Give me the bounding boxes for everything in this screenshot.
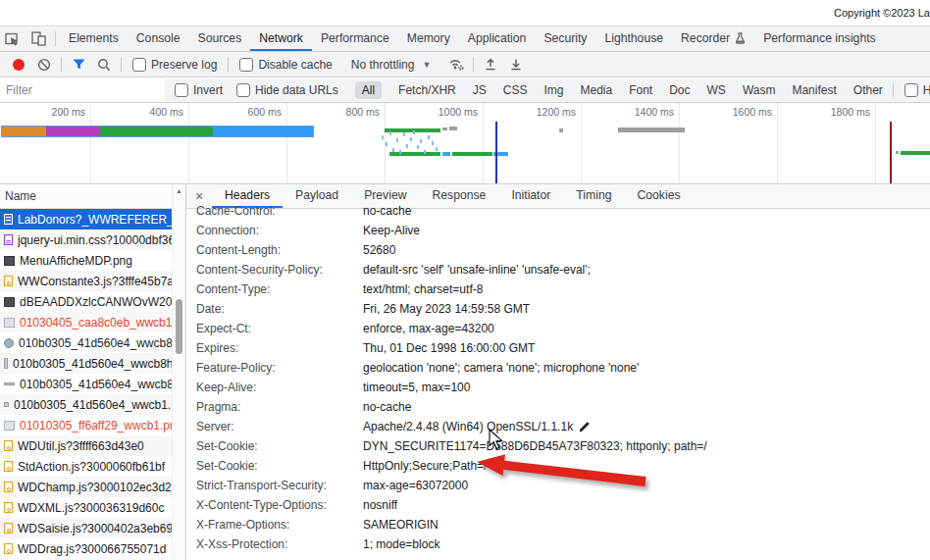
throttling-select[interactable]: No throttling ▼ — [346, 58, 432, 72]
tab-performance[interactable]: Performance — [312, 26, 398, 51]
request-row[interactable]: dBEAADDXzlcCANWOvW20W — [0, 291, 185, 312]
request-row[interactable]: 010b0305_41d560e4_wwcb1.. — [0, 394, 185, 415]
header-name-label: Feature-Policy: — [186, 361, 363, 375]
type-filter-manifest[interactable]: Manifest — [792, 83, 836, 97]
type-filter-doc[interactable]: Doc — [669, 83, 690, 97]
timeline-tick-label: 1200 ms — [537, 106, 581, 118]
device-toolbar-icon[interactable] — [26, 29, 51, 49]
request-row[interactable]: WDDrag.js?300066755071d — [0, 538, 185, 559]
invert-checkbox[interactable] — [175, 83, 188, 97]
tab-performance-insights[interactable]: Performance insights — [754, 26, 884, 51]
type-filter-media[interactable]: Media — [580, 83, 612, 97]
type-filter-fetch-xhr[interactable]: Fetch/XHR — [398, 83, 456, 97]
clear-network-log-button[interactable] — [31, 55, 57, 75]
preserve-log-toggle[interactable]: Preserve log — [132, 58, 217, 72]
has-blocked-cookies-toggle[interactable]: Has blocked cookies — [904, 83, 930, 97]
header-row: Content-Type:text/html; charset=utf-8 — [186, 280, 930, 299]
header-name-label: Pragma: — [186, 400, 363, 414]
edit-pencil-icon[interactable] — [579, 421, 591, 433]
request-row[interactable]: 01010305_ff6aff29_wwcb1.pn — [0, 415, 185, 435]
header-value: Thu, 01 Dec 1998 16:00:00 GMT — [363, 341, 535, 355]
tab-network[interactable]: Network — [250, 26, 312, 51]
network-conditions-icon[interactable] — [443, 55, 469, 75]
type-filter-ws[interactable]: WS — [707, 83, 726, 97]
network-overview-timeline[interactable]: 200 ms400 ms600 ms800 ms1000 ms1200 ms14… — [0, 103, 930, 184]
file-type-icon — [4, 440, 13, 451]
header-value: SAMEORIGIN — [363, 518, 439, 532]
request-row[interactable]: jquery-ui.min.css?10000dbf36 — [0, 229, 185, 250]
type-filter-css[interactable]: CSS — [503, 83, 528, 97]
tab-label: Security — [543, 31, 587, 45]
header-value: enforce, max-age=43200 — [363, 322, 494, 335]
request-row[interactable]: MenuAfficheMDP.png — [0, 250, 185, 271]
file-type-icon — [4, 214, 13, 225]
header-row: X-Content-Type-Options:nosniff — [186, 495, 930, 515]
chevron-down-icon: ▼ — [422, 60, 431, 70]
has-blocked-cookies-label: Has blocked cookies — [923, 83, 930, 97]
name-column-header[interactable]: Name — [0, 184, 185, 209]
type-filter-font[interactable]: Font — [629, 83, 652, 97]
timeline-gridline — [581, 103, 582, 183]
export-har-icon[interactable] — [503, 55, 529, 75]
file-type-icon — [4, 276, 13, 286]
import-har-icon[interactable] — [478, 55, 503, 75]
preserve-log-checkbox[interactable] — [132, 58, 146, 72]
disable-cache-toggle[interactable]: Disable cache — [239, 58, 332, 72]
disable-cache-checkbox[interactable] — [239, 58, 253, 72]
invert-toggle[interactable]: Invert — [175, 83, 223, 97]
filter-button[interactable] — [66, 55, 91, 75]
hide-data-urls-checkbox[interactable] — [236, 83, 250, 97]
request-row[interactable]: WDSaisie.js?3000402a3eb69 — [0, 518, 185, 538]
scroll-up-icon[interactable]: ▲ — [176, 187, 182, 194]
header-name-label: Content-Type: — [186, 282, 363, 296]
request-row[interactable]: StdAction.js?3000060fb61bf — [0, 456, 185, 477]
waterfall-bar — [452, 152, 492, 156]
has-blocked-cookies-checkbox[interactable] — [904, 83, 918, 97]
type-filter-all[interactable]: All — [355, 81, 382, 99]
timeline-tick-label: 400 ms — [150, 106, 188, 118]
file-type-icon — [4, 234, 13, 245]
tab-lighthouse[interactable]: Lighthouse — [595, 26, 672, 51]
request-row[interactable]: WDXML.js?300036319d60c — [0, 497, 185, 518]
file-type-icon — [4, 502, 13, 513]
request-row[interactable]: WWConstante3.js?3fffe45b7a — [0, 271, 185, 291]
tab-sources[interactable]: Sources — [189, 26, 251, 51]
toolbar-separator — [61, 57, 62, 72]
tab-security[interactable]: Security — [535, 26, 595, 51]
tab-elements[interactable]: Elements — [60, 26, 128, 51]
preserve-log-label: Preserve log — [151, 58, 217, 72]
hide-data-urls-toggle[interactable]: Hide data URLs — [236, 83, 338, 97]
header-value: text/html; charset=utf-8 — [363, 282, 483, 296]
request-row[interactable]: 01030405_caa8c0eb_wwcb1_. — [0, 312, 185, 332]
header-name-label: Expires: — [186, 341, 363, 355]
type-filter-img[interactable]: Img — [543, 83, 563, 97]
disable-cache-label: Disable cache — [258, 58, 332, 72]
request-name: WDXML.js?300036319d60c — [18, 501, 185, 515]
header-name-label: X-Xss-Protection: — [186, 537, 363, 551]
type-filter-js[interactable]: JS — [473, 83, 487, 97]
request-row[interactable]: 010b0305_41d560e4_wwcb8v — [0, 374, 185, 394]
request-row[interactable]: 010b0305_41d560e4_wwcb8c — [0, 332, 185, 353]
type-filter-other[interactable]: Other — [853, 83, 883, 97]
record-network-log-button[interactable] — [6, 55, 31, 75]
filter-input[interactable] — [0, 78, 165, 102]
request-row[interactable]: 010b0305_41d560e4_wwcb8h — [0, 353, 185, 374]
header-value: Keep-Alive — [363, 224, 420, 237]
header-row: X-Xss-Protection:1; mode=block — [186, 535, 930, 554]
requests-scrollbar[interactable]: ▲ — [172, 184, 185, 560]
search-icon[interactable] — [91, 55, 117, 75]
inspect-element-icon[interactable] — [0, 29, 26, 49]
request-row[interactable]: WDUtil.js?3ffff663d43e0 — [0, 435, 185, 456]
type-filter-wasm[interactable]: Wasm — [743, 83, 776, 97]
header-row: Server:Apache/2.4.48 (Win64) OpenSSL/1.1… — [186, 417, 930, 436]
scrollbar-thumb[interactable] — [176, 299, 182, 354]
timeline-gridline — [286, 103, 287, 183]
response-headers-list: Cache-Control:no-cacheConnection:Keep-Al… — [186, 201, 930, 554]
request-row[interactable]: LabDonors?_WWREFERER_=& — [0, 209, 185, 229]
tab-label: Application — [468, 31, 527, 45]
request-row[interactable]: WDChamp.js?3000102ec3d26 — [0, 477, 185, 497]
tab-recorder[interactable]: Recorder — [672, 26, 754, 51]
tab-application[interactable]: Application — [459, 26, 536, 51]
tab-console[interactable]: Console — [128, 26, 189, 51]
tab-memory[interactable]: Memory — [398, 26, 459, 51]
